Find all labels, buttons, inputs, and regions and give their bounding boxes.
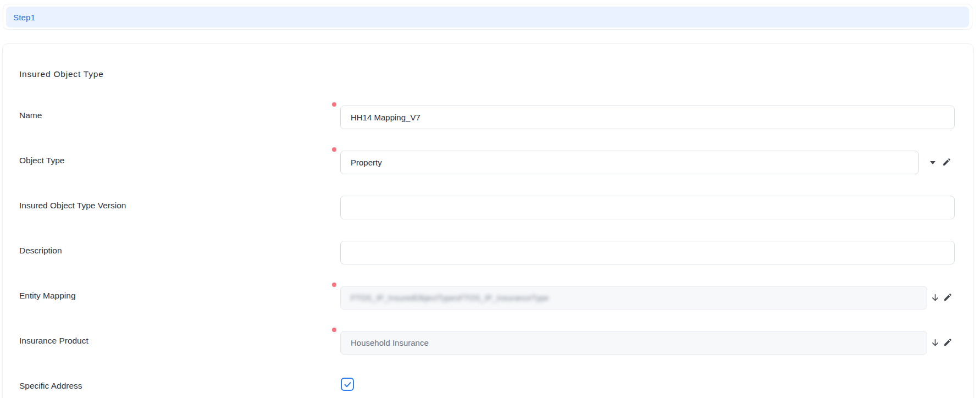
name-input[interactable]: [340, 106, 955, 129]
checkmark-icon: [344, 380, 352, 389]
entity-mapping-value: FTOS_IP_InsuredObjectTypesFTOS_IP_Insura…: [351, 294, 549, 302]
step-header[interactable]: Step1: [6, 7, 969, 27]
description-input[interactable]: [340, 241, 955, 264]
required-dot-icon: [332, 283, 336, 287]
pencil-icon[interactable]: [941, 156, 952, 167]
caret-down-icon[interactable]: [927, 157, 938, 168]
name-label: Name: [19, 110, 305, 120]
required-dot-icon: [332, 102, 336, 107]
description-label: Description: [19, 246, 305, 256]
insurance-product-label: Insurance Product: [19, 336, 305, 346]
arrow-down-icon[interactable]: [929, 337, 940, 348]
specific-address-checkbox[interactable]: [341, 378, 354, 391]
insurance-product-field[interactable]: Household Insurance: [340, 331, 927, 355]
entity-mapping-field[interactable]: FTOS_IP_InsuredObjectTypesFTOS_IP_Insura…: [340, 286, 927, 309]
specific-address-label: Specific Address: [19, 381, 305, 391]
object-type-input[interactable]: [340, 151, 919, 174]
pencil-icon[interactable]: [942, 336, 953, 347]
entity-mapping-label: Entity Mapping: [19, 291, 305, 301]
version-label: Insured Object Type Version: [19, 201, 305, 211]
arrow-down-icon[interactable]: [929, 292, 940, 303]
object-type-label: Object Type: [19, 156, 305, 165]
section-title: Insured Object Type: [19, 69, 104, 79]
version-input[interactable]: [340, 196, 955, 219]
step-panel: Step1: [3, 4, 972, 30]
required-dot-icon: [332, 328, 336, 332]
insurance-product-value: Household Insurance: [351, 338, 429, 347]
pencil-icon[interactable]: [942, 291, 953, 302]
required-dot-icon: [332, 147, 336, 152]
step-title: Step1: [13, 13, 35, 22]
